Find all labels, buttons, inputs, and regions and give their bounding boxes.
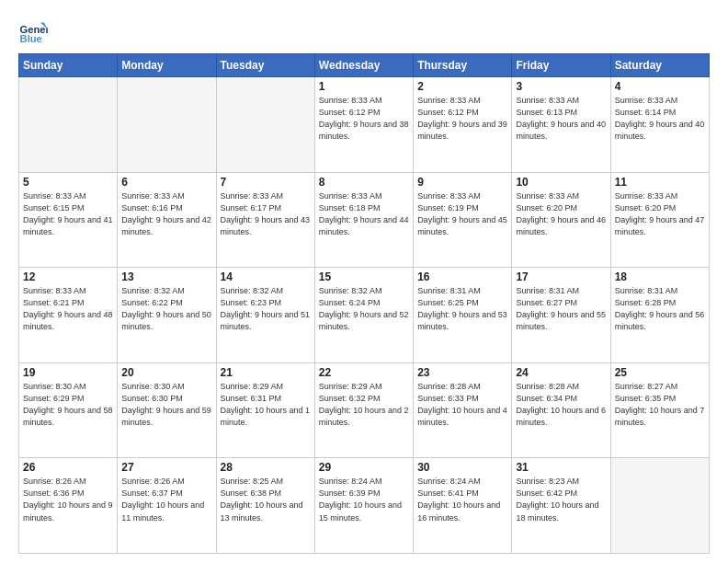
day-number: 14	[221, 270, 311, 283]
day-cell: 29Sunrise: 8:24 AM Sunset: 6:39 PM Dayli…	[314, 458, 413, 554]
day-info: Sunrise: 8:31 AM Sunset: 6:25 PM Dayligh…	[417, 285, 507, 333]
day-info: Sunrise: 8:32 AM Sunset: 6:22 PM Dayligh…	[121, 285, 211, 333]
day-number: 22	[319, 366, 409, 379]
day-number: 13	[121, 270, 211, 283]
day-info: Sunrise: 8:31 AM Sunset: 6:28 PM Dayligh…	[615, 285, 705, 333]
logo: General Blue	[18, 17, 48, 46]
day-info: Sunrise: 8:33 AM Sunset: 6:21 PM Dayligh…	[23, 285, 113, 333]
day-cell	[216, 77, 314, 173]
weekday-header-sunday: Sunday	[19, 54, 118, 77]
day-cell: 12Sunrise: 8:33 AM Sunset: 6:21 PM Dayli…	[19, 268, 118, 363]
day-number: 17	[516, 270, 606, 283]
day-info: Sunrise: 8:33 AM Sunset: 6:20 PM Dayligh…	[615, 190, 705, 238]
day-number: 6	[121, 176, 211, 189]
day-cell: 31Sunrise: 8:23 AM Sunset: 6:42 PM Dayli…	[512, 458, 610, 554]
day-info: Sunrise: 8:31 AM Sunset: 6:27 PM Dayligh…	[516, 285, 606, 333]
day-number: 21	[221, 366, 311, 379]
day-number: 31	[516, 461, 606, 474]
svg-text:Blue: Blue	[20, 33, 42, 44]
day-cell: 30Sunrise: 8:24 AM Sunset: 6:41 PM Dayli…	[414, 458, 512, 554]
day-info: Sunrise: 8:32 AM Sunset: 6:23 PM Dayligh…	[221, 285, 311, 333]
day-info: Sunrise: 8:28 AM Sunset: 6:33 PM Dayligh…	[417, 381, 507, 429]
day-info: Sunrise: 8:30 AM Sunset: 6:29 PM Dayligh…	[23, 381, 113, 429]
weekday-header-saturday: Saturday	[610, 54, 709, 77]
day-cell: 25Sunrise: 8:27 AM Sunset: 6:35 PM Dayli…	[610, 362, 709, 458]
day-number: 10	[516, 176, 606, 189]
day-info: Sunrise: 8:25 AM Sunset: 6:38 PM Dayligh…	[221, 476, 311, 523]
day-number: 26	[23, 461, 113, 474]
day-number: 29	[319, 461, 409, 474]
day-info: Sunrise: 8:33 AM Sunset: 6:17 PM Dayligh…	[221, 190, 311, 238]
day-number: 15	[319, 270, 409, 283]
day-cell	[118, 77, 216, 173]
day-cell: 7Sunrise: 8:33 AM Sunset: 6:17 PM Daylig…	[216, 172, 314, 268]
day-cell: 22Sunrise: 8:29 AM Sunset: 6:32 PM Dayli…	[314, 362, 413, 458]
day-number: 19	[23, 366, 113, 379]
day-cell: 4Sunrise: 8:33 AM Sunset: 6:14 PM Daylig…	[610, 77, 709, 173]
day-cell: 8Sunrise: 8:33 AM Sunset: 6:18 PM Daylig…	[314, 172, 413, 268]
day-info: Sunrise: 8:32 AM Sunset: 6:24 PM Dayligh…	[319, 285, 409, 333]
week-row-4: 26Sunrise: 8:26 AM Sunset: 6:36 PM Dayli…	[19, 458, 710, 554]
day-info: Sunrise: 8:24 AM Sunset: 6:41 PM Dayligh…	[417, 476, 507, 523]
day-info: Sunrise: 8:24 AM Sunset: 6:39 PM Dayligh…	[319, 476, 409, 523]
day-cell: 19Sunrise: 8:30 AM Sunset: 6:29 PM Dayli…	[19, 362, 118, 458]
day-cell: 17Sunrise: 8:31 AM Sunset: 6:27 PM Dayli…	[512, 268, 610, 363]
day-info: Sunrise: 8:33 AM Sunset: 6:13 PM Dayligh…	[516, 95, 606, 143]
day-cell: 24Sunrise: 8:28 AM Sunset: 6:34 PM Dayli…	[512, 362, 610, 458]
day-cell: 21Sunrise: 8:29 AM Sunset: 6:31 PM Dayli…	[216, 362, 314, 458]
week-row-2: 12Sunrise: 8:33 AM Sunset: 6:21 PM Dayli…	[19, 268, 710, 363]
day-info: Sunrise: 8:26 AM Sunset: 6:36 PM Dayligh…	[23, 476, 113, 523]
day-number: 24	[516, 366, 606, 379]
header: General Blue	[18, 17, 710, 46]
day-number: 12	[23, 270, 113, 283]
day-cell: 16Sunrise: 8:31 AM Sunset: 6:25 PM Dayli…	[414, 268, 512, 363]
day-cell: 26Sunrise: 8:26 AM Sunset: 6:36 PM Dayli…	[19, 458, 118, 554]
day-cell: 3Sunrise: 8:33 AM Sunset: 6:13 PM Daylig…	[512, 77, 610, 173]
day-cell: 2Sunrise: 8:33 AM Sunset: 6:12 PM Daylig…	[414, 77, 512, 173]
day-info: Sunrise: 8:33 AM Sunset: 6:19 PM Dayligh…	[417, 190, 507, 238]
day-cell: 23Sunrise: 8:28 AM Sunset: 6:33 PM Dayli…	[414, 362, 512, 458]
day-info: Sunrise: 8:33 AM Sunset: 6:20 PM Dayligh…	[516, 190, 606, 238]
weekday-header-friday: Friday	[512, 54, 610, 77]
day-info: Sunrise: 8:29 AM Sunset: 6:32 PM Dayligh…	[319, 381, 409, 429]
day-info: Sunrise: 8:29 AM Sunset: 6:31 PM Dayligh…	[221, 381, 311, 429]
day-info: Sunrise: 8:23 AM Sunset: 6:42 PM Dayligh…	[516, 476, 606, 523]
day-cell: 13Sunrise: 8:32 AM Sunset: 6:22 PM Dayli…	[118, 268, 216, 363]
day-number: 3	[516, 80, 606, 93]
day-number: 20	[121, 366, 211, 379]
day-cell: 20Sunrise: 8:30 AM Sunset: 6:30 PM Dayli…	[118, 362, 216, 458]
day-info: Sunrise: 8:27 AM Sunset: 6:35 PM Dayligh…	[615, 381, 705, 429]
day-info: Sunrise: 8:33 AM Sunset: 6:14 PM Dayligh…	[615, 95, 705, 143]
day-cell: 15Sunrise: 8:32 AM Sunset: 6:24 PM Dayli…	[314, 268, 413, 363]
day-number: 11	[615, 176, 705, 189]
day-number: 9	[417, 176, 507, 189]
day-cell	[19, 77, 118, 173]
day-number: 18	[615, 270, 705, 283]
day-cell: 28Sunrise: 8:25 AM Sunset: 6:38 PM Dayli…	[216, 458, 314, 554]
day-cell: 11Sunrise: 8:33 AM Sunset: 6:20 PM Dayli…	[610, 172, 709, 268]
day-cell: 6Sunrise: 8:33 AM Sunset: 6:16 PM Daylig…	[118, 172, 216, 268]
day-number: 30	[417, 461, 507, 474]
day-cell	[610, 458, 709, 554]
day-info: Sunrise: 8:33 AM Sunset: 6:12 PM Dayligh…	[319, 95, 409, 143]
day-number: 25	[615, 366, 705, 379]
weekday-header-thursday: Thursday	[414, 54, 512, 77]
weekday-header-wednesday: Wednesday	[314, 54, 413, 77]
day-cell: 18Sunrise: 8:31 AM Sunset: 6:28 PM Dayli…	[610, 268, 709, 363]
day-number: 7	[221, 176, 311, 189]
day-info: Sunrise: 8:33 AM Sunset: 6:15 PM Dayligh…	[23, 190, 113, 238]
day-number: 27	[121, 461, 211, 474]
day-info: Sunrise: 8:26 AM Sunset: 6:37 PM Dayligh…	[121, 476, 211, 523]
day-cell: 10Sunrise: 8:33 AM Sunset: 6:20 PM Dayli…	[512, 172, 610, 268]
day-info: Sunrise: 8:30 AM Sunset: 6:30 PM Dayligh…	[121, 381, 211, 429]
day-number: 4	[615, 80, 705, 93]
weekday-header-tuesday: Tuesday	[216, 54, 314, 77]
day-number: 5	[23, 176, 113, 189]
day-number: 28	[221, 461, 311, 474]
week-row-3: 19Sunrise: 8:30 AM Sunset: 6:29 PM Dayli…	[19, 362, 710, 458]
day-number: 8	[319, 176, 409, 189]
week-row-0: 1Sunrise: 8:33 AM Sunset: 6:12 PM Daylig…	[19, 77, 710, 173]
day-cell: 27Sunrise: 8:26 AM Sunset: 6:37 PM Dayli…	[118, 458, 216, 554]
calendar: SundayMondayTuesdayWednesdayThursdayFrid…	[18, 53, 710, 554]
week-row-1: 5Sunrise: 8:33 AM Sunset: 6:15 PM Daylig…	[19, 172, 710, 268]
